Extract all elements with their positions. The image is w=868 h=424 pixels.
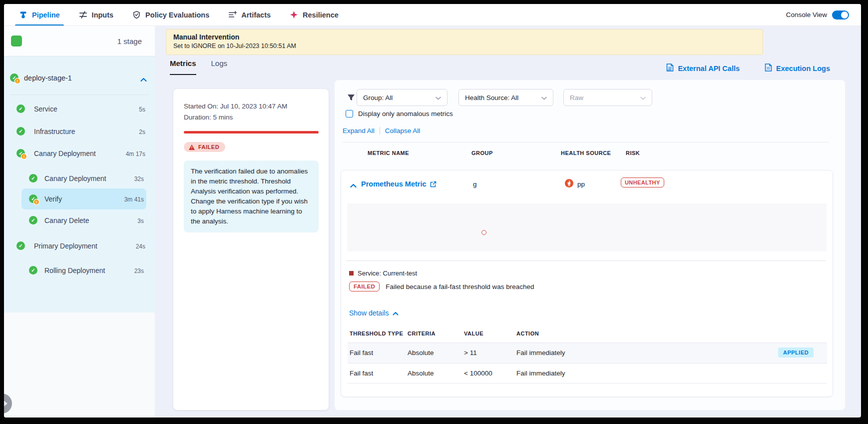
anomalous-filter: Display only anomalous metrics	[346, 110, 453, 118]
svg-text:API: API	[668, 69, 672, 72]
step-duration: 4m 17s	[126, 150, 145, 158]
show-details-label: Show details	[349, 309, 389, 317]
tab-label: Policy Evaluations	[145, 11, 209, 19]
step-canary-deployment[interactable]: Canary Deployment 4m 17s	[4, 145, 155, 162]
col-header-group: GROUP	[471, 150, 493, 156]
cell-threshold-type: Fail fast	[350, 370, 373, 377]
tab-resilience[interactable]: Resilience	[290, 4, 339, 26]
step-primary-deployment[interactable]: Primary Deployment 24s	[4, 238, 155, 254]
step-label: Rolling Deployment	[44, 266, 105, 274]
show-details-toggle[interactable]: Show details	[349, 309, 399, 317]
col-header-risk: RISK	[626, 150, 640, 156]
chevron-up-icon[interactable]	[140, 75, 147, 84]
check-warning-icon	[16, 149, 25, 158]
tab-metrics[interactable]: Metrics	[170, 59, 196, 75]
thresholds-table: THRESHOLD TYPE CRITERIA VALUE ACTION Fai…	[348, 330, 827, 384]
stage-status-icon	[10, 74, 18, 82]
app-frame: Pipeline Inputs Policy Evaluations Artif…	[4, 4, 861, 418]
health-source-value: pp	[577, 180, 585, 188]
anomalous-checkbox[interactable]	[346, 110, 353, 118]
sidebar-summary: 1 stage	[4, 26, 155, 56]
failed-label: FAILED	[198, 144, 219, 150]
cell-criteria: Absolute	[408, 370, 434, 377]
top-nav: Pipeline Inputs Policy Evaluations Artif…	[4, 4, 861, 26]
stage-name: deploy-stage-1	[24, 74, 72, 82]
manual-intervention-banner: Manual Intervention Set to IGNORE on 10-…	[166, 29, 763, 55]
tab-label: Artifacts	[241, 11, 271, 19]
tab-pipeline[interactable]: Pipeline	[19, 4, 60, 26]
stage-row-deploy-stage-1[interactable]: deploy-stage-1	[4, 70, 155, 88]
filter-icon[interactable]	[347, 93, 356, 104]
chevron-up-icon	[393, 309, 399, 317]
step-label: Service	[34, 105, 57, 113]
step-duration: 5s	[139, 106, 145, 113]
chevron-down-icon	[435, 94, 441, 102]
stage-status-square[interactable]	[11, 36, 22, 46]
metric-chart	[347, 204, 827, 252]
verdict-message: Failed because a fail-fast threshold was…	[386, 283, 534, 290]
step-label: Primary Deployment	[34, 242, 97, 250]
risk-badge-unhealthy: UNHEALTHY	[621, 178, 664, 188]
col-header-health-source: HEALTH SOURCE	[561, 150, 611, 156]
step-infrastructure[interactable]: Infrastructure 2s	[4, 123, 155, 140]
stage-count: 1 stage	[117, 37, 142, 46]
chart-axis-line	[346, 260, 826, 261]
step-duration: 3s	[137, 218, 144, 224]
group-filter-dropdown[interactable]: Group: All	[357, 89, 447, 106]
cell-criteria: Absolute	[408, 349, 434, 356]
tab-logs[interactable]: Logs	[211, 59, 228, 75]
dropdown-value: Group: All	[363, 94, 435, 102]
expand-collapse-row: Expand All Collapse All	[343, 127, 420, 134]
dropdown-value: Raw	[570, 94, 640, 102]
console-view-label: Console View	[786, 11, 827, 18]
col-value: VALUE	[464, 330, 483, 336]
check-circle-icon	[29, 216, 37, 224]
tab-label: Pipeline	[32, 11, 60, 19]
col-criteria: CRITERIA	[408, 330, 435, 336]
collapse-all-link[interactable]: Collapse All	[385, 127, 421, 134]
link-label: External API Calls	[678, 64, 740, 72]
raw-view-dropdown[interactable]: Raw	[563, 89, 652, 106]
metric-group-value: g	[473, 180, 477, 188]
execution-sidebar: 1 stage deploy-stage-1 Service 5s Infras…	[4, 26, 155, 418]
api-document-icon: API	[666, 63, 674, 74]
pipeline-icon	[19, 10, 27, 19]
verdict-row: FAILED Failed because a fail-fast thresh…	[349, 282, 534, 292]
external-link-icon[interactable]	[430, 180, 436, 190]
banner-subtitle: Set to IGNORE on 10-Jul-2023 10:50:51 AM	[173, 42, 756, 50]
tab-inputs[interactable]: Inputs	[79, 4, 114, 26]
thresholds-header-row: THRESHOLD TYPE CRITERIA VALUE ACTION	[348, 330, 827, 342]
step-rolling-deployment[interactable]: Rolling Deployment 23s	[4, 262, 155, 279]
step-label: Canary Deployment	[44, 174, 106, 182]
step-canary-delete[interactable]: Canary Delete 3s	[4, 212, 155, 229]
chart-point	[481, 230, 486, 235]
tab-artifacts[interactable]: Artifacts	[228, 4, 271, 26]
check-circle-icon	[29, 266, 37, 274]
step-verify[interactable]: Verify 3m 41s	[4, 190, 155, 208]
console-view-control: Console View	[786, 10, 849, 20]
started-on: Started On: Jul 10, 2023 10:47 AM	[184, 102, 319, 110]
tab-policy-evaluations[interactable]: Policy Evaluations	[132, 4, 209, 26]
console-view-toggle[interactable]	[832, 10, 849, 20]
step-canary-deployment-sub[interactable]: Canary Deployment 32s	[4, 170, 155, 187]
stage-list: deploy-stage-1 Service 5s Infrastructure…	[4, 56, 155, 312]
expand-all-link[interactable]: Expand All	[343, 127, 375, 134]
prometheus-icon	[565, 179, 573, 188]
chevron-down-icon	[640, 94, 646, 102]
toggle-knob	[841, 12, 848, 18]
cell-value: > 11	[464, 349, 477, 356]
metric-name-link[interactable]: Prometheus Metric	[361, 180, 427, 188]
banner-title: Manual Intervention	[173, 33, 756, 41]
execution-logs-link[interactable]: Execution Logs	[765, 63, 830, 74]
cell-threshold-type: Fail fast	[350, 349, 373, 356]
check-circle-icon	[16, 104, 25, 113]
step-duration: 32s	[134, 176, 144, 182]
legend-swatch	[349, 271, 354, 276]
health-source-filter-dropdown[interactable]: Health Source: All	[458, 89, 553, 106]
step-service[interactable]: Service 5s	[4, 100, 155, 118]
external-api-calls-link[interactable]: API External API Calls	[666, 63, 740, 74]
duration: Duration: 5 mins	[184, 114, 319, 121]
check-circle-icon	[16, 242, 25, 250]
threshold-row: Fail fast Absolute > 11 Fail immediately…	[348, 342, 827, 363]
collapse-row-chevron-icon[interactable]	[350, 181, 357, 190]
